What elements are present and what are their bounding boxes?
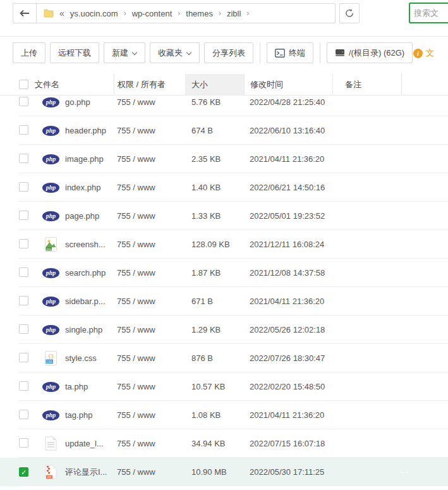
toolbar-button-label: 收藏夹 [158,47,183,59]
toolbar-button-3[interactable]: 收藏夹 [150,42,200,63]
php-file-icon: php [42,268,59,278]
file-permissions: 755 / www [114,126,185,135]
file-name[interactable]: screensh... [65,240,106,249]
php-file-icon: php [42,211,59,221]
table-row[interactable]: phppage.php755 / www1.33 KB2022/05/01 19… [0,202,448,230]
file-name[interactable]: tag.php [65,410,92,420]
file-name[interactable]: sidebar.p... [65,297,106,306]
row-checkbox[interactable] [19,438,28,448]
column-header-filename[interactable]: 文件名 [35,74,114,95]
toolbar-button-5[interactable]: 终端 [267,42,313,63]
row-checkbox[interactable] [19,267,28,277]
row-checkbox[interactable]: ✓ [19,467,28,477]
zip-file-icon: ZIP [42,465,59,479]
php-file-icon: php [42,97,59,107]
toolbar-button-label: 终端 [289,47,305,59]
row-checkbox[interactable] [19,324,28,334]
toolbar-button-label: 上传 [21,47,37,59]
row-checkbox[interactable] [19,381,28,391]
search-input[interactable] [409,3,448,23]
row-actions-ellipsis[interactable]: ... [400,465,409,475]
file-name[interactable]: index.php [65,183,100,192]
table-row[interactable]: phpheader.php755 / www674 B2022/06/10 13… [0,116,448,145]
table-row[interactable]: JPGscreensh...755 / www128.09 KB2021/12/… [0,230,448,259]
row-checkbox[interactable] [19,296,28,305]
column-header-size[interactable]: 大小 [185,74,244,95]
toolbar-button-2[interactable]: 新建 [104,42,145,63]
column-header-mtime[interactable]: 修改时间 [244,74,332,95]
toolbar-button-0[interactable]: 上传 [13,42,45,63]
row-checkbox[interactable] [19,239,28,248]
toolbar-button-4[interactable]: 分享列表 [204,42,253,63]
table-row[interactable]: phpindex.php755 / www1.40 KB2022/06/21 1… [0,173,448,202]
table-row[interactable]: phpsingle.php755 / www1.29 KB2022/05/26 … [0,315,448,344]
toolbar-button-6[interactable]: /(根目录) (62G) [327,42,413,63]
chevron-down-icon [132,49,137,54]
file-mtime: 2022/05/26 12:02:18 [244,325,332,334]
table-row[interactable]: phpta.php755 / www10.57 KB2022/02/20 15:… [0,372,448,401]
file-mtime: 2021/12/11 16:08:24 [244,240,332,249]
breadcrumb-separator: › [219,9,221,18]
table-row[interactable]: update_l...755 / www34.94 KB2022/07/15 1… [0,429,448,458]
breadcrumb-collapse[interactable]: « [59,8,64,18]
file-size: 671 B [185,297,244,306]
breadcrumb-item[interactable]: zibll [227,9,241,18]
file-size: 1.40 KB [185,183,244,192]
toolbar-divider [260,42,260,63]
toolbar-button-label: 分享列表 [212,47,245,59]
table-row[interactable]: phpgo.php755 / www5.76 KB2022/04/28 21:2… [0,95,448,116]
toolbar: 上传远程下载新建收藏夹分享列表终端/(根目录) (62G) [13,42,413,63]
file-size: 1.33 KB [185,211,244,221]
file-name[interactable]: update_l... [65,439,104,448]
column-header-note[interactable]: 备注 [332,74,401,95]
file-name[interactable]: page.php [65,211,99,221]
file-name[interactable]: ta.php [65,382,88,391]
refresh-button[interactable] [339,3,360,23]
table-row[interactable]: phpsearch.php755 / www1.87 KB2021/12/08 … [0,259,448,287]
file-permissions: 755 / www [114,297,185,306]
file-mtime: 2022/06/10 13:16:40 [244,126,332,135]
row-checkbox[interactable] [19,211,28,220]
row-checkbox[interactable] [19,125,28,135]
file-name[interactable]: go.php [65,97,90,107]
toolbar-button-1[interactable]: 远程下载 [50,42,99,63]
file-list: phpgo.php755 / www5.76 KB2022/04/28 21:2… [0,95,448,490]
recycle-bin-link[interactable]: i 文 [413,47,434,59]
file-name[interactable]: header.php [65,126,106,135]
file-name[interactable]: single.php [65,325,102,334]
table-row[interactable]: ✓ZIP评论显示I...755 / www10.90 MB2022/05/30 … [0,458,448,486]
file-name[interactable]: image.php [65,154,104,164]
row-checkbox[interactable] [19,353,28,362]
css-file-icon: {}CSS [42,351,59,365]
file-mtime: 2021/12/08 14:37:58 [244,268,332,278]
table-header: 文件名 权限 / 所有者 大小 修改时间 备注 [0,74,448,95]
table-row[interactable]: phpimage.php755 / www2.35 KB2021/04/11 2… [0,145,448,173]
table-row[interactable]: phpsidebar.p...755 / www671 B2021/04/11 … [0,287,448,315]
row-checkbox[interactable] [19,410,28,419]
php-file-icon: php [42,183,59,193]
toolbar-button-label: 远程下载 [58,47,91,59]
file-size: 2.35 KB [185,154,244,164]
column-header-permissions[interactable]: 权限 / 所有者 [114,74,185,95]
breadcrumb-item[interactable]: wp-content [132,9,173,18]
file-permissions: 755 / www [114,353,185,363]
file-mtime: 2022/04/28 21:25:40 [244,97,332,107]
file-name[interactable]: style.css [65,353,97,363]
php-file-icon: php [42,126,59,136]
file-name[interactable]: search.php [65,268,106,278]
toolbar-divider [320,42,320,63]
select-all-checkbox[interactable] [19,80,28,89]
row-checkbox[interactable] [19,97,28,106]
terminal-icon [275,49,285,58]
file-size: 1.08 KB [185,410,244,420]
file-name[interactable]: 评论显示I... [65,467,107,478]
table-row[interactable]: phptag.php755 / www1.08 KB2021/04/11 21:… [0,401,448,429]
back-button[interactable] [13,4,37,23]
file-size: 5.76 KB [185,97,244,107]
file-permissions: 755 / www [114,211,185,221]
breadcrumb-item[interactable]: themes [186,9,213,18]
breadcrumb-item[interactable]: ys.uocin.com [70,9,118,18]
row-checkbox[interactable] [19,154,28,163]
table-row[interactable]: {}CSSstyle.css755 / www876 B2022/07/26 1… [0,344,448,372]
row-checkbox[interactable] [19,182,28,192]
